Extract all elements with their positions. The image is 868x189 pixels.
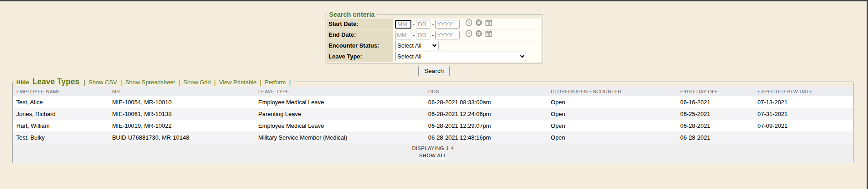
perform-link[interactable]: Perform [265,79,286,86]
leave-types-table: EMPLOYEE NAME MR LEAVE TYPE DOS CLOSED/O… [13,87,853,143]
search-button[interactable]: Search [418,66,450,76]
clock-icon[interactable] [465,30,472,37]
cell-mr: MIE-10054, MR-10010 [109,96,255,108]
view-printable-link[interactable]: View Printable [219,79,257,86]
cell-leave-type: Military Service Member (Medical) [255,131,424,143]
cell-dos: 06-28-2021 12:48:16pm [424,131,547,143]
start-date-label: Start Date: [327,19,393,29]
start-date-year-input[interactable] [435,20,460,29]
encounter-status-value-cell: Select All [393,40,541,51]
show-all-link[interactable]: SHOW ALL [419,153,447,158]
header-first-day-off[interactable]: FIRST DAY OFF [677,87,754,96]
table-footer: DISPLAYING 1-4 SHOW ALL [13,143,853,163]
leave-types-section: Hide Leave Types | Show CSV | Show Sprea… [12,77,854,163]
start-date-row: Start Date: - - [327,19,541,29]
table-header-row: EMPLOYEE NAME MR LEAVE TYPE DOS CLOSED/O… [13,87,853,96]
cell-expected-rtw: 07-13-2021 [754,96,853,108]
clock-icon[interactable] [465,19,472,26]
leave-type-value-cell: Select All [393,51,541,62]
search-criteria-table: Start Date: - - [326,18,542,62]
toolbar-separator: | [178,79,180,86]
search-criteria-fieldset: Search criteria Start Date: - - [325,11,543,63]
date-separator: - [432,32,434,39]
calendar-icon[interactable] [485,30,492,37]
cell-first-day-off: 06-28-2021 [677,131,754,143]
start-date-group: - - [395,20,460,29]
end-date-icons [465,30,492,37]
toolbar-separator: | [120,79,122,86]
cell-expected-rtw: 07-31-2021 [754,108,853,120]
end-date-month-input[interactable] [395,31,411,39]
table-row[interactable]: Test, Bulky BUID-U76881730, MR-10148 Mil… [13,131,853,143]
encounter-status-row: Encounter Status: Select All [327,40,541,51]
cell-mr: BUID-U76881730, MR-10148 [109,131,255,143]
search-criteria-section: Search criteria Start Date: - - [325,0,543,76]
calendar-icon[interactable] [485,19,492,26]
end-date-label: End Date: [327,29,393,40]
start-date-day-input[interactable] [416,20,430,29]
end-date-group: - - [395,31,460,39]
header-dos[interactable]: DOS [424,87,547,96]
cell-employee: Jones, Richard [13,108,109,120]
search-criteria-legend: Search criteria [327,11,377,18]
cell-leave-type: Parenting Leave [255,108,424,120]
cell-dos: 06-28-2021 12:29:07pm [424,120,547,131]
toolbar-separator: | [289,79,291,86]
cell-mr: MIE-10019, MR-10022 [109,120,255,131]
date-separator: - [413,21,415,28]
show-csv-link[interactable]: Show CSV [89,79,117,86]
header-mr[interactable]: MR [109,87,255,96]
cell-mr: MIE-10061, MR-10138 [109,108,255,120]
cell-expected-rtw [754,131,853,143]
leave-type-row: Leave Type: Select All [327,51,541,62]
leave-type-select[interactable]: Select All [395,52,526,61]
start-date-icons [465,19,492,26]
page: { "colors": { "accent": "#5F7B1E", "page… [0,0,868,189]
table-row[interactable]: Jones, Richard MIE-10061, MR-10138 Paren… [13,108,853,120]
encounter-status-label: Encounter Status: [327,40,393,51]
toolbar-separator: | [214,79,215,86]
end-date-day-input[interactable] [416,31,430,39]
cell-employee: Test, Alice [13,96,109,108]
leave-types-fieldset: Hide Leave Types | Show CSV | Show Sprea… [12,77,854,163]
table-row[interactable]: Test, Alice MIE-10054, MR-10010 Employee… [13,96,853,108]
hide-link[interactable]: Hide [16,79,29,86]
leave-types-toolbar: Hide Leave Types | Show CSV | Show Sprea… [15,77,294,87]
header-expected-rtw-date[interactable]: EXPECTED RTW DATE [754,87,853,96]
date-separator: - [413,32,415,39]
cell-dos: 06-28-2021 12:24:06pm [424,108,547,120]
cell-first-day-off: 06-28-2021 [677,120,754,131]
leave-type-label: Leave Type: [327,51,393,62]
end-date-row: End Date: - - [327,29,541,40]
table-row[interactable]: Hart, William MIE-10019, MR-10022 Employ… [13,120,853,131]
cell-encounter: Open [547,96,677,108]
cell-employee: Hart, William [13,120,109,131]
window-top-edge [0,0,868,1]
date-separator: - [432,21,434,28]
cell-first-day-off: 06-16-2021 [677,96,754,108]
cell-leave-type: Employee Medical Leave [255,120,424,131]
show-spreadsheet-link[interactable]: Show Spreadsheet [125,79,175,86]
start-date-value-cell: - - [393,19,541,29]
toolbar-separator: | [260,79,261,86]
cell-first-day-off: 06-25-2021 [677,108,754,120]
toolbar-separator: | [84,79,85,86]
cell-encounter: Open [547,120,677,131]
cell-employee: Test, Bulky [13,131,109,143]
cell-leave-type: Employee Medical Leave [255,96,424,108]
header-employee-name[interactable]: EMPLOYEE NAME [13,87,109,96]
clear-icon[interactable] [475,30,482,37]
header-leave-type[interactable]: LEAVE TYPE [255,87,424,96]
encounter-status-select[interactable]: Select All [395,41,439,50]
cell-encounter: Open [547,108,677,120]
cell-encounter: Open [547,131,677,143]
show-grid-link[interactable]: Show Grid [183,79,211,86]
cell-dos: 06-28-2021 08:33:00am [424,96,547,108]
leave-types-title: Leave Types [33,77,80,86]
end-date-year-input[interactable] [435,31,460,39]
start-date-month-input[interactable] [395,20,411,29]
clear-icon[interactable] [475,19,482,26]
end-date-value-cell: - - [393,29,541,40]
displaying-count: DISPLAYING 1-4 [13,145,853,151]
header-closed-open-encounter[interactable]: CLOSED/OPEN ENCOUNTER [547,87,677,96]
